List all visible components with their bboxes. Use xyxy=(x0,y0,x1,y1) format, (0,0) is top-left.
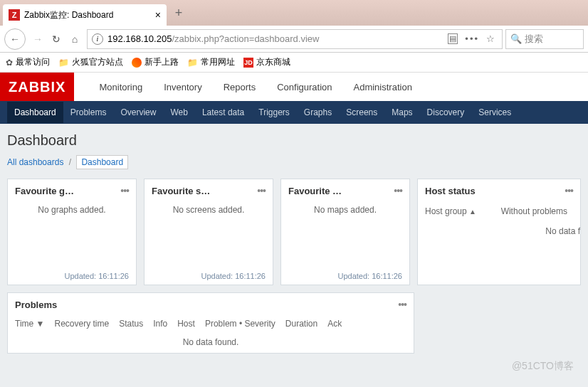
subnav-web[interactable]: Web xyxy=(163,102,194,123)
page-title: Dashboard xyxy=(7,132,581,149)
subnav-dashboard[interactable]: Dashboard xyxy=(7,102,63,123)
bookmark-star-icon[interactable]: ☆ xyxy=(486,33,495,44)
folder-icon: 📁 xyxy=(187,58,198,68)
browser-tab[interactable]: Z Zabbix监控: Dashboard × xyxy=(3,4,167,26)
firefox-icon xyxy=(132,58,142,68)
home-button[interactable]: ⌂ xyxy=(65,30,84,48)
folder-icon: 📁 xyxy=(58,58,69,68)
watermark: @51CTO博客 xyxy=(512,360,574,373)
col-without-problems[interactable]: Without problems xyxy=(496,206,573,216)
browser-nav-bar: ← → ↻ ⌂ i 192.168.10.205/zabbix.php?acti… xyxy=(0,26,588,53)
widget-title: Problems xyxy=(15,299,398,310)
widget-title: Favourite s… xyxy=(152,186,257,196)
widget-body: No graphs added. xyxy=(8,202,136,218)
subnav-discovery[interactable]: Discovery xyxy=(420,102,472,123)
subnav-maps[interactable]: Maps xyxy=(384,102,419,123)
sort-asc-icon: ▲ xyxy=(469,208,476,216)
url-actions: ▤ ••• ☆ xyxy=(445,33,498,44)
widget-host-status: Host status••• Host group ▲ Without prob… xyxy=(417,179,581,285)
col-problem[interactable]: Problem • Severity xyxy=(205,319,275,329)
main-nav: Monitoring Inventory Reports Configurati… xyxy=(88,73,422,101)
zabbix-header: ZABBIX Monitoring Inventory Reports Conf… xyxy=(0,73,588,101)
jd-icon: JD xyxy=(243,58,253,68)
widget-menu-icon[interactable]: ••• xyxy=(120,185,129,196)
nav-reports[interactable]: Reports xyxy=(213,73,267,101)
widget-menu-icon[interactable]: ••• xyxy=(257,185,266,196)
url-host: 192.168.10.205 xyxy=(107,33,172,44)
subnav-screens[interactable]: Screens xyxy=(339,102,384,123)
subnav-latest-data[interactable]: Latest data xyxy=(195,102,251,123)
reader-icon[interactable]: ▤ xyxy=(448,33,458,44)
bookmark-bar: ✿最常访问 📁火狐官方站点 新手上路 📁常用网址 JD京东商城 xyxy=(0,53,588,73)
zabbix-logo[interactable]: ZABBIX xyxy=(0,73,74,101)
nav-monitoring[interactable]: Monitoring xyxy=(88,73,153,101)
widget-fav-maps: Favourite …••• No maps added. Updated: 1… xyxy=(280,179,410,285)
more-icon[interactable]: ••• xyxy=(465,33,479,44)
nav-inventory[interactable]: Inventory xyxy=(153,73,212,101)
bookmark-firefox-official[interactable]: 📁火狐官方站点 xyxy=(58,56,123,68)
col-host-group[interactable]: Host group ▲ xyxy=(425,206,496,216)
subnav-problems[interactable]: Problems xyxy=(63,102,114,123)
widget-problems: Problems••• Time ▼ Recovery time Status … xyxy=(7,292,414,354)
reload-button[interactable]: ↻ xyxy=(47,30,65,48)
bookmark-jd-mall[interactable]: JD京东商城 xyxy=(243,56,290,68)
subnav-graphs[interactable]: Graphs xyxy=(297,102,339,123)
widget-title: Favourite g… xyxy=(15,186,120,196)
favicon-zabbix: Z xyxy=(9,9,20,21)
col-time[interactable]: Time ▼ xyxy=(15,319,44,329)
subnav-triggers[interactable]: Triggers xyxy=(251,102,297,123)
breadcrumb-current[interactable]: Dashboard xyxy=(76,155,128,169)
breadcrumb: All dashboards / Dashboard xyxy=(7,157,581,167)
widget-body: No screens added. xyxy=(145,202,273,218)
gear-icon: ✿ xyxy=(6,58,13,68)
col-ack[interactable]: Ack xyxy=(327,319,342,329)
search-input[interactable]: 🔍 搜索 xyxy=(505,29,584,49)
widget-footer: Updated: 16:11:26 xyxy=(145,267,273,285)
subnav-overview[interactable]: Overview xyxy=(113,102,163,123)
bookmark-most-visited[interactable]: ✿最常访问 xyxy=(6,56,50,68)
no-data: No data f xyxy=(418,221,580,242)
col-duration[interactable]: Duration xyxy=(285,319,317,329)
site-info-icon[interactable]: i xyxy=(92,33,103,45)
widget-row: Favourite g…••• No graphs added. Updated… xyxy=(7,179,581,285)
nav-configuration[interactable]: Configuration xyxy=(266,73,342,101)
nav-administration[interactable]: Administration xyxy=(343,73,423,101)
search-placeholder: 搜索 xyxy=(525,33,543,46)
widget-footer: Updated: 16:11:26 xyxy=(8,267,136,285)
search-icon: 🔍 xyxy=(510,33,522,44)
back-button[interactable]: ← xyxy=(4,28,26,50)
widget-footer: Updated: 16:11:26 xyxy=(281,267,409,285)
tab-title: Zabbix监控: Dashboard xyxy=(24,9,113,21)
breadcrumb-sep: / xyxy=(69,157,71,167)
no-data: No data found. xyxy=(8,332,414,353)
subnav-services[interactable]: Services xyxy=(471,102,518,123)
widget-title: Host status xyxy=(425,186,565,196)
col-status[interactable]: Status xyxy=(119,319,143,329)
col-recovery[interactable]: Recovery time xyxy=(54,319,109,329)
widget-title: Favourite … xyxy=(288,186,394,196)
sort-desc-icon: ▼ xyxy=(36,319,45,329)
col-info[interactable]: Info xyxy=(153,319,167,329)
bookmark-getting-started[interactable]: 新手上路 xyxy=(132,56,179,68)
new-tab-button[interactable]: + xyxy=(171,5,187,21)
page-body: Dashboard All dashboards / Dashboard Fav… xyxy=(0,124,588,387)
widget-menu-icon[interactable]: ••• xyxy=(398,299,406,310)
problems-columns: Time ▼ Recovery time Status Info Host Pr… xyxy=(8,316,414,332)
url-bar[interactable]: i 192.168.10.205/zabbix.php?action=dashb… xyxy=(87,29,503,49)
forward-button[interactable]: → xyxy=(28,30,47,48)
widget-menu-icon[interactable]: ••• xyxy=(394,185,402,196)
breadcrumb-all[interactable]: All dashboards xyxy=(7,157,63,167)
url-path: /zabbix.php?action=dashboard.view xyxy=(172,33,319,44)
browser-tab-bar: Z Zabbix监控: Dashboard × + xyxy=(0,0,588,26)
bookmark-common-urls[interactable]: 📁常用网址 xyxy=(187,56,235,68)
widget-fav-graphs: Favourite g…••• No graphs added. Updated… xyxy=(7,179,137,285)
widget-body: No maps added. xyxy=(281,202,409,218)
widget-menu-icon[interactable]: ••• xyxy=(565,185,573,196)
sub-nav: Dashboard Problems Overview Web Latest d… xyxy=(0,101,588,124)
widget-fav-screens: Favourite s…••• No screens added. Update… xyxy=(144,179,273,285)
col-host[interactable]: Host xyxy=(177,319,195,329)
close-icon[interactable]: × xyxy=(155,9,161,21)
